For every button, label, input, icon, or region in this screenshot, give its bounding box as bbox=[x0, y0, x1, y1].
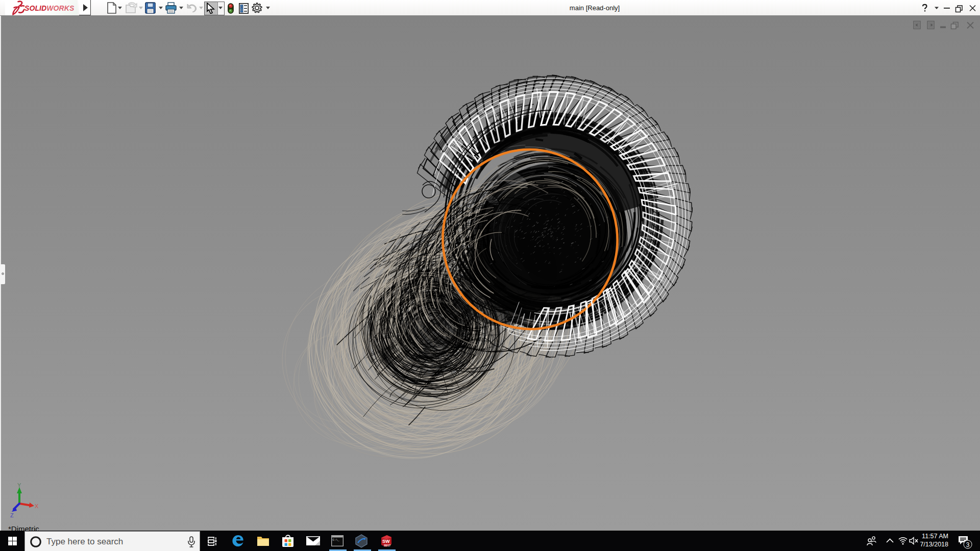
svg-text:Z: Z bbox=[10, 512, 14, 518]
svg-text:C:\_: C:\_ bbox=[333, 538, 340, 542]
svg-text:SW: SW bbox=[382, 539, 390, 544]
svg-text:3: 3 bbox=[966, 541, 970, 548]
svg-text:2017: 2017 bbox=[384, 544, 391, 547]
svg-text:X: X bbox=[35, 503, 39, 509]
